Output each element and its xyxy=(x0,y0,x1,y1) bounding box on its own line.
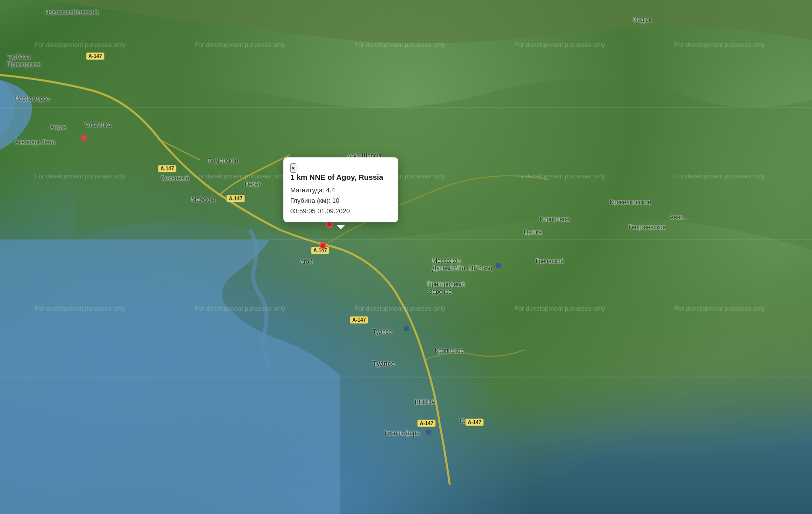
earthquake-popup: × 1 km NNE of Agoy, Russia Магнитуда: 4.… xyxy=(283,157,398,222)
watermark-text: For development purposes only xyxy=(160,305,320,312)
watermark-text: For development purposes only xyxy=(0,41,160,48)
popup-time: 03:59:05 01.09.2020 xyxy=(290,206,391,217)
depth-value: 10 xyxy=(332,197,339,204)
magnitude-label: Магнитуда: xyxy=(290,186,324,194)
dachny-icon xyxy=(496,263,501,268)
map-background xyxy=(0,0,812,514)
watermark-text: For development purposes only xyxy=(640,305,800,312)
magnitude-value: 4.4 xyxy=(326,186,335,194)
watermark-text: For development purposes only xyxy=(640,41,800,48)
watermark-text: For development purposes only xyxy=(320,41,480,48)
popup-close-button[interactable]: × xyxy=(290,163,296,173)
depth-label: Глубина (км): xyxy=(290,197,330,204)
tuapse-icon xyxy=(404,326,409,331)
popup-title: 1 km NNE of Agoy, Russia xyxy=(290,173,391,181)
popup-depth: Глубина (км): 10 xyxy=(290,196,391,206)
watermark-text: For development purposes only xyxy=(480,305,640,312)
popup-magnitude: Магнитуда: 4.4 xyxy=(290,185,391,196)
watermark-text: For development purposes only xyxy=(160,41,320,48)
gizel-icon xyxy=(426,430,431,435)
watermark-text: For development purposes only xyxy=(320,305,480,312)
earthquake-marker-2[interactable] xyxy=(319,242,326,249)
watermark-text: For development purposes only xyxy=(0,172,160,180)
watermark-text: For development purposes only xyxy=(640,172,800,180)
map-container: For development purposes onlyFor develop… xyxy=(0,0,812,514)
watermark-text: For development purposes only xyxy=(0,305,160,312)
watermark-text: For development purposes only xyxy=(480,172,640,180)
watermark-text: For development purposes only xyxy=(480,41,640,48)
